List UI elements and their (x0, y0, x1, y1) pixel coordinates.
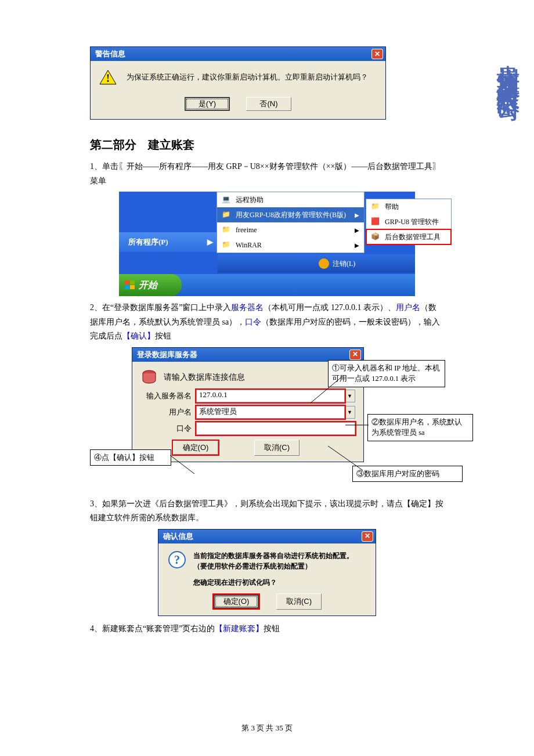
page-footer: 第 3 页 共 35 页 (90, 723, 444, 733)
folder-icon: 📁 (222, 225, 231, 235)
dialog-message: 为保证系统正确运行，建议你重新启动计算机。立即重新启动计算机吗？ (127, 72, 368, 82)
user-input[interactable]: 系统管理员 (196, 406, 345, 419)
confirm-dialog: 确认信息 ✕ ? 当前指定的数据库服务器将自动进行系统初始配置。 （要使用软件必… (158, 529, 376, 616)
no-button[interactable]: 否(N) (246, 97, 291, 111)
section-heading: 第二部分 建立账套 (90, 137, 444, 153)
svg-rect-3 (130, 280, 135, 285)
paragraph-2: 2、在“登录数据库服务器”窗口上中录入服务器名（本机可用一点或 127.0.0.… (90, 301, 444, 344)
start-button[interactable]: 开始 (119, 274, 182, 296)
close-icon[interactable]: ✕ (362, 531, 373, 542)
menu-item-winrar[interactable]: 📁WinRAR▶ (217, 237, 364, 253)
server-dropdown-icon[interactable]: ▼ (345, 390, 355, 402)
menu-item-backend[interactable]: 📦后台数据管理工具 (366, 229, 451, 244)
confirm-title: 确认信息 (163, 531, 193, 542)
callout-1: ①可录入机器名和 IP 地址。本机可用一点或 127.0.0.1 表示 (328, 360, 445, 388)
menu-item-remote[interactable]: 💻远程协助 (217, 192, 364, 207)
menu-item-help[interactable]: 📁帮助 (366, 199, 451, 214)
svg-rect-4 (125, 285, 129, 289)
server-label: 输入服务器名 (140, 391, 196, 401)
dialog-titlebar: 警告信息 ✕ (91, 47, 385, 61)
login-title: 登录数据库服务器 (137, 350, 197, 360)
logoff-button[interactable]: 注销(L) (333, 259, 355, 269)
all-programs-item[interactable]: 所有程序(P)▶ (119, 232, 218, 252)
menu-item-freeime[interactable]: 📁freeime▶ (217, 222, 364, 237)
tool-icon: 📦 (371, 232, 380, 242)
folder-icon: 📁 (371, 202, 380, 211)
ok-button[interactable]: 确定(O) (173, 441, 218, 455)
close-icon[interactable]: ✕ (371, 49, 383, 59)
remote-icon: 💻 (222, 195, 231, 204)
user-label: 用户名 (140, 407, 196, 417)
watermark: 贵州博东通科技有限公司 (492, 46, 524, 85)
pwd-input[interactable] (196, 422, 355, 435)
svg-rect-2 (125, 280, 129, 285)
logoff-bar: 注销(L) (218, 254, 415, 273)
programs-submenu: 💻远程协助 📁用友GRP-U8政府财务管理软件(B版)▶ 📁freeime▶ 📁… (217, 192, 365, 253)
paragraph-1: 1、单击〖开始——所有程序——用友 GRP－U8××财务管理软件（××版）——后… (90, 160, 444, 188)
server-input[interactable]: 127.0.0.1 (196, 390, 345, 402)
paragraph-3: 3、如果第一次进《后台数据管理工具》，则系统会出现如下提示，该出现提示时，请点【… (90, 497, 444, 525)
question-icon: ? (168, 550, 186, 569)
database-icon (140, 369, 158, 386)
user-dropdown-icon[interactable]: ▼ (345, 406, 355, 419)
folder-icon: 📁 (222, 240, 231, 250)
start-menu-screenshot: 所有程序(P)▶ 💻远程协助 📁用友GRP-U8政府财务管理软件(B版)▶ 📁f… (119, 192, 415, 296)
warning-icon: ! (99, 69, 117, 85)
callout-4: ④点【确认】按钮 (90, 449, 171, 466)
confirm-question: 您确定现在进行初试化吗？ (193, 578, 366, 588)
close-icon[interactable]: ✕ (349, 350, 361, 360)
login-subtitle: 请输入数据库连接信息 (164, 372, 245, 383)
svg-text:?: ? (174, 553, 180, 566)
warning-dialog: 警告信息 ✕ ! 为保证系统正确运行，建议你重新启动计算机。立即重新启动计算机吗… (90, 46, 386, 120)
cancel-button[interactable]: 取消(C) (254, 440, 300, 456)
confirm-cancel-button[interactable]: 取消(C) (276, 593, 322, 610)
login-dialog-illustration: 登录数据库服务器 ✕ 请输入数据库连接信息 输入服务器名 127.0.0.1 ▼… (90, 347, 450, 492)
dialog-title: 警告信息 (95, 49, 125, 59)
callout-3: ③数据库用户对应的密码 (352, 466, 463, 483)
menu-item-u8[interactable]: 📁用友GRP-U8政府财务管理软件(B版)▶ (217, 207, 364, 222)
windows-icon (125, 280, 135, 290)
confirm-ok-button[interactable]: 确定(O) (214, 595, 259, 609)
confirm-text: 当前指定的数据库服务器将自动进行系统初始配置。 （要使用软件必需进行系统初始配置… (193, 550, 353, 572)
key-icon (319, 258, 329, 269)
svg-text:!: ! (106, 73, 110, 84)
pwd-label: 口令 (140, 423, 196, 434)
app-icon: 🟥 (371, 217, 380, 226)
page-content: 警告信息 ✕ ! 为保证系统正确运行，建议你重新启动计算机。立即重新启动计算机吗… (0, 0, 534, 756)
u8-submenu: 📁帮助 🟥GRP-U8 管理软件 📦后台数据管理工具 (366, 199, 452, 245)
folder-icon: 📁 (222, 210, 231, 219)
yes-button[interactable]: 是(Y) (185, 97, 230, 111)
paragraph-4: 4、新建账套点“账套管理”页右边的【新建账套】按钮 (90, 622, 444, 636)
callout-2: ②数据库用户名，系统默认为系统管理员 sa (367, 414, 473, 442)
svg-rect-5 (130, 285, 135, 289)
menu-item-mgr[interactable]: 🟥GRP-U8 管理软件 (366, 214, 451, 229)
